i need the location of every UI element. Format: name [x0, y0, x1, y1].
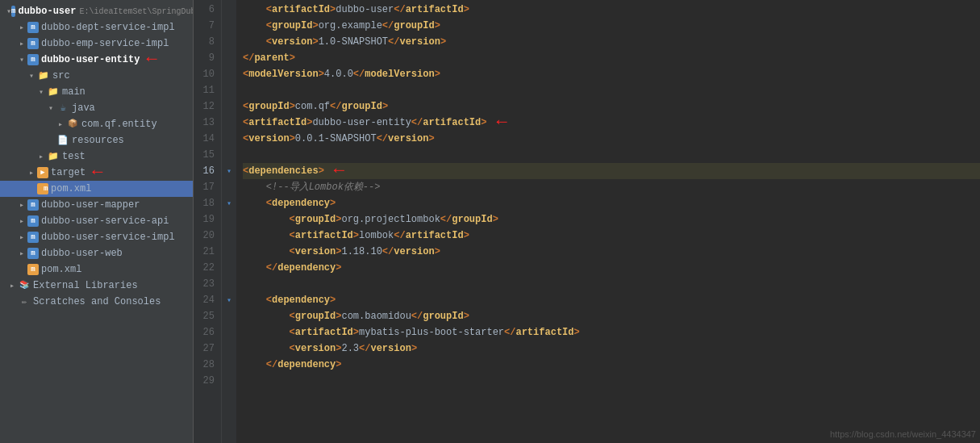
icon-resources: 📄	[56, 134, 69, 147]
tree-item-main[interactable]: 📁 main	[0, 84, 193, 100]
arrow-target	[26, 168, 37, 178]
path-dubbo-user: E:\ideaItemSet\SpringDubbo\dubbo-user	[79, 7, 194, 16]
code-line-9: </parent>	[243, 50, 980, 66]
icon-test: 📁	[47, 150, 60, 163]
gutter-26	[222, 324, 236, 341]
gutter-22	[222, 260, 236, 276]
icon-module-dubbo-user: m	[11, 6, 15, 17]
code-gutter	[222, 0, 236, 443]
gutter-12	[222, 98, 236, 115]
code-line-15	[243, 147, 980, 163]
icon-scratches: ✏	[18, 295, 31, 308]
gutter-18[interactable]	[222, 195, 236, 211]
arrow-test	[35, 152, 47, 161]
gutter-14	[222, 131, 236, 147]
gutter-16[interactable]	[222, 163, 236, 179]
label-dubbo-user-service-api: dubbo-user-service-api	[41, 215, 169, 227]
code-line-12: <groupId> com.qf </groupId>	[243, 98, 980, 115]
label-resources: resources	[72, 135, 124, 146]
label-main: main	[62, 86, 85, 98]
tree-item-dubbo-user-mapper[interactable]: m dubbo-user-mapper	[0, 197, 193, 213]
arrow-dubbo-user-entity	[16, 55, 27, 65]
arrow-com-qf-entity	[55, 119, 66, 129]
label-scratches: Scratches and Consoles	[33, 296, 161, 307]
code-line-24: <dependency>	[243, 292, 980, 308]
icon-module-dubbo-user-entity: m	[27, 54, 39, 65]
code-line-18: <dependency>	[243, 195, 980, 211]
label-dubbo-emp: dubbo-emp-service-impl	[41, 38, 169, 49]
gutter-27	[222, 341, 236, 357]
icon-module-dubbo-user-service-api: m	[27, 215, 39, 227]
icon-pom-entity: m	[37, 183, 48, 194]
red-arrow-entity: ←	[146, 51, 156, 69]
tree-item-scratches[interactable]: ✏ Scratches and Consoles	[0, 294, 193, 310]
gutter-8	[222, 34, 236, 50]
label-test: test	[62, 151, 85, 162]
tree-item-dubbo-user-service-impl[interactable]: m dubbo-user-service-impl	[0, 229, 193, 245]
tree-item-pom-xml-entity[interactable]: m pom.xml	[0, 181, 193, 197]
gutter-28	[222, 357, 236, 373]
code-line-16: <dependencies> ←	[243, 163, 980, 179]
code-line-27: <version> 2.3 </version>	[243, 341, 980, 357]
gutter-11	[222, 82, 236, 98]
gutter-13	[222, 115, 236, 131]
code-line-21: <version> 1.18.10 </version>	[243, 244, 980, 260]
tree-item-resources[interactable]: 📄 resources	[0, 132, 193, 148]
code-line-25: <groupId> com.baomidou </groupId>	[243, 308, 980, 324]
label-src: src	[52, 70, 70, 81]
tree-item-target[interactable]: target ←	[0, 165, 193, 181]
file-tree: m dubbo-user E:\ideaItemSet\SpringDubbo\…	[0, 0, 194, 443]
arrow-src	[26, 71, 37, 81]
code-line-20: <artifactId> lombok </artifactId>	[243, 228, 980, 244]
icon-module-dubbo-emp: m	[27, 38, 39, 49]
label-com-qf-entity: com.qf.entity	[81, 119, 157, 130]
tree-item-com-qf-entity[interactable]: 📦 com.qf.entity	[0, 116, 193, 132]
tree-item-java[interactable]: ☕ java	[0, 100, 193, 116]
gutter-25	[222, 308, 236, 324]
red-arrow-line16: ←	[334, 162, 344, 180]
code-line-19: <groupId> org.projectlombok </groupId>	[243, 211, 980, 228]
red-arrow-line13: ←	[496, 114, 507, 132]
code-line-29	[243, 373, 980, 389]
label-pom-xml-root: pom.xml	[41, 264, 81, 275]
tree-item-dubbo-user-web[interactable]: m dubbo-user-web	[0, 245, 193, 261]
code-line-8: <version> 1.0-SNAPSHOT </version>	[243, 34, 980, 50]
tree-item-dubbo-user-entity[interactable]: m dubbo-user-entity ←	[0, 52, 193, 68]
code-line-17: <!-- 导入Lombok依赖 -->	[243, 179, 980, 195]
code-line-13: <artifactId> dubbo-user-entity </artifac…	[243, 115, 980, 131]
arrow-dubbo-user-service-api	[16, 216, 27, 226]
arrow-dubbo-user-mapper	[16, 200, 27, 210]
icon-module-dubbo-user-mapper: m	[27, 199, 39, 211]
gutter-24[interactable]	[222, 292, 236, 308]
gutter-21	[222, 244, 236, 260]
tree-item-external-libraries[interactable]: 📚 External Libraries	[0, 278, 193, 294]
label-dubbo-user-mapper: dubbo-user-mapper	[41, 199, 140, 211]
label-pom-entity: pom.xml	[51, 183, 91, 194]
gutter-17	[222, 179, 236, 195]
tree-item-pom-xml-root[interactable]: m pom.xml	[0, 261, 193, 278]
icon-pom-root: m	[27, 264, 39, 275]
icon-main: 📁	[47, 86, 60, 98]
icon-java: ☕	[56, 102, 69, 115]
watermark: https://blog.csdn.net/weixin_4434347	[830, 429, 976, 439]
icon-com-qf-entity: 📦	[66, 118, 79, 131]
gutter-7	[222, 18, 236, 34]
label-dubbo-dept: dubbo-dept-service-impl	[41, 22, 175, 33]
icon-target	[37, 167, 48, 178]
arrow-dubbo-user-service-impl	[16, 232, 27, 242]
icon-module-dubbo-user-web: m	[27, 248, 39, 259]
arrow-main	[35, 87, 47, 97]
tree-item-src[interactable]: 📁 src	[0, 68, 193, 84]
tree-item-dubbo-dept[interactable]: m dubbo-dept-service-impl	[0, 19, 193, 36]
tree-item-dubbo-emp[interactable]: m dubbo-emp-service-impl	[0, 36, 193, 52]
gutter-10	[222, 66, 236, 82]
icon-module-dubbo-dept: m	[27, 22, 39, 33]
tree-item-dubbo-user[interactable]: m dubbo-user E:\ideaItemSet\SpringDubbo\…	[0, 3, 193, 19]
gutter-20	[222, 228, 236, 244]
code-line-6: <artifactId> dubbo-user </artifactId>	[243, 2, 980, 18]
tree-item-dubbo-user-service-api[interactable]: m dubbo-user-service-api	[0, 213, 193, 229]
label-dubbo-user-entity: dubbo-user-entity	[41, 54, 140, 65]
arrow-java	[45, 103, 56, 113]
code-content[interactable]: <artifactId> dubbo-user </artifactId> <g…	[236, 0, 980, 443]
red-arrow-target: ←	[92, 164, 102, 182]
